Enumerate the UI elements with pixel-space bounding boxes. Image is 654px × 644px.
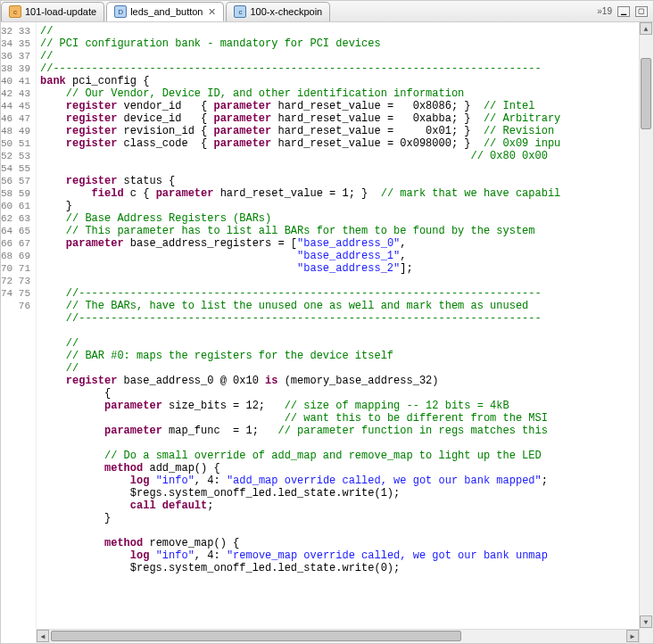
- file-icon: c: [9, 5, 21, 18]
- line-number-gutter: 32 33 34 35 36 37 38 39 40 41 42 43 44 4…: [1, 22, 37, 643]
- tab-bar: c 101-load-update D leds_and_button ✕ c …: [1, 1, 653, 22]
- tab-leds-and-button[interactable]: D leds_and_button ✕: [106, 2, 224, 21]
- horizontal-scrollbar[interactable]: ◀ ▶: [37, 629, 639, 643]
- scroll-up-arrow[interactable]: ▲: [640, 22, 652, 35]
- minimize-button[interactable]: ▁: [617, 6, 630, 17]
- scroll-thumb-h[interactable]: [51, 631, 461, 641]
- tab-label: leds_and_button: [130, 6, 203, 17]
- scroll-right-arrow[interactable]: ▶: [626, 630, 639, 642]
- scroll-down-arrow[interactable]: ▼: [640, 615, 652, 628]
- tab-101-load-update[interactable]: c 101-load-update: [1, 2, 104, 21]
- code-area[interactable]: // // PCI configuration bank - mandatory…: [37, 22, 653, 643]
- close-icon[interactable]: ✕: [208, 6, 216, 18]
- code-editor[interactable]: 32 33 34 35 36 37 38 39 40 41 42 43 44 4…: [1, 22, 653, 643]
- tab-label: 101-load-update: [25, 6, 96, 17]
- tab-label: 100-x-checkpoin: [250, 6, 322, 17]
- tab-overflow-indicator[interactable]: »19: [597, 6, 612, 16]
- scroll-thumb-v[interactable]: [641, 58, 651, 129]
- tab-100-x-checkpoin[interactable]: c 100-x-checkpoin: [226, 2, 330, 21]
- file-icon: D: [114, 5, 127, 18]
- file-icon: c: [234, 5, 246, 18]
- vertical-scrollbar[interactable]: ▲ ▼: [639, 22, 653, 643]
- maximize-button[interactable]: ▢: [635, 6, 648, 17]
- scroll-left-arrow[interactable]: ◀: [37, 630, 49, 642]
